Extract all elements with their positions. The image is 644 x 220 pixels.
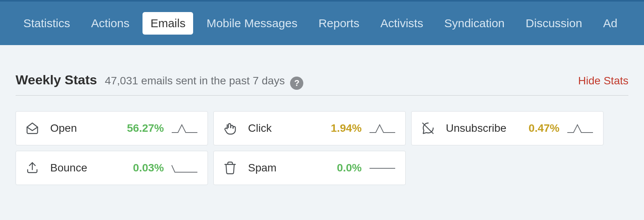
stat-value: 0.0% — [337, 162, 362, 174]
arrow-up-tray-icon — [25, 161, 39, 175]
stat-card-click[interactable]: Click 1.94% — [213, 111, 406, 145]
stat-card-unsubscribe[interactable]: Unsubscribe 0.47% — [411, 111, 604, 145]
stat-card-spam[interactable]: Spam 0.0% — [213, 151, 406, 185]
tab-discussion[interactable]: Discussion — [518, 12, 590, 35]
comment-slash-icon — [421, 121, 435, 135]
stat-value: 1.94% — [331, 122, 362, 134]
stat-card-open[interactable]: Open 56.27% — [16, 111, 208, 145]
stat-value: 0.47% — [529, 122, 560, 134]
tab-ad[interactable]: Ad — [595, 12, 625, 35]
trash-icon — [223, 161, 237, 175]
stat-label: Bounce — [50, 162, 87, 174]
stat-label: Spam — [248, 162, 276, 174]
section-header: Weekly Stats 47,031 emails sent in the p… — [16, 72, 628, 96]
tab-emails[interactable]: Emails — [143, 12, 193, 35]
top-nav: Statistics Actions Emails Mobile Message… — [0, 0, 644, 45]
envelope-open-icon — [25, 121, 39, 135]
hand-pointer-icon — [223, 121, 237, 135]
tab-actions[interactable]: Actions — [83, 12, 137, 35]
tab-reports[interactable]: Reports — [311, 12, 367, 35]
tab-mobile-messages[interactable]: Mobile Messages — [199, 12, 305, 35]
tab-activists[interactable]: Activists — [373, 12, 431, 35]
stat-label: Open — [50, 122, 77, 134]
section-subtitle: 47,031 emails sent in the past 7 days — [105, 75, 285, 87]
stat-value: 56.27% — [127, 122, 164, 134]
stats-grid: Open 56.27% Click 1.94% Unsubscribe 0.47… — [16, 111, 628, 185]
sparkline-icon — [171, 122, 198, 134]
tab-syndication[interactable]: Syndication — [436, 12, 512, 35]
sparkline-icon — [369, 122, 396, 134]
sparkline-icon — [369, 162, 396, 174]
svg-line-0 — [423, 123, 433, 134]
help-icon[interactable]: ? — [290, 77, 303, 90]
stat-label: Click — [248, 122, 272, 134]
sparkline-icon — [171, 162, 198, 174]
stat-card-bounce[interactable]: Bounce 0.03% — [16, 151, 208, 185]
stat-label: Unsubscribe — [446, 122, 507, 134]
tab-statistics[interactable]: Statistics — [16, 12, 78, 35]
hide-stats-link[interactable]: Hide Stats — [578, 75, 628, 87]
stat-value: 0.03% — [133, 162, 164, 174]
section-title: Weekly Stats — [16, 72, 97, 87]
sparkline-icon — [567, 122, 594, 134]
content-area: Weekly Stats 47,031 emails sent in the p… — [0, 45, 644, 185]
